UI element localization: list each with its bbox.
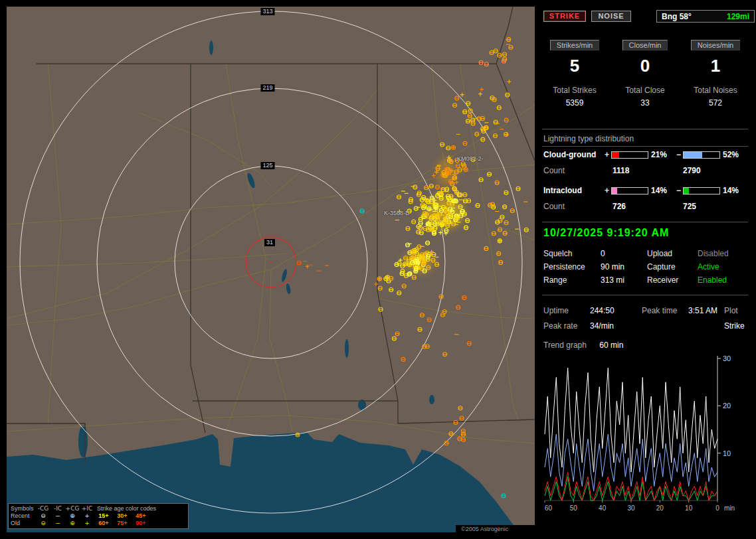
receiver-label: Receiver bbox=[647, 275, 698, 285]
total-strikes-label: Total Strikes bbox=[539, 86, 610, 95]
squelch-label: Squelch bbox=[543, 249, 601, 258]
legend-col-pos-ic: +IC bbox=[80, 505, 94, 512]
neg-cg-old-icon: ⊖ bbox=[36, 520, 50, 527]
age-15: 15+ bbox=[94, 512, 113, 520]
svg-text:10: 10 bbox=[723, 449, 731, 457]
legend-row-old: Old ⊖ − ⊕ + 60+ 75+ 90+ bbox=[11, 520, 186, 527]
svg-text:20: 20 bbox=[656, 504, 664, 512]
cloud-ground-row: Cloud-ground + 21% − 52% bbox=[543, 150, 748, 159]
age-90: 90+ bbox=[132, 520, 150, 527]
minus-sign: − bbox=[676, 186, 683, 195]
lightning-map[interactable]: 313 219 125 31 Symbols -CG -IC +CG +IC S… bbox=[7, 7, 535, 532]
sensor-location-marker bbox=[270, 261, 272, 263]
age-60: 60+ bbox=[94, 520, 113, 527]
separator bbox=[542, 146, 748, 147]
strikes-per-min-button[interactable]: Strikes/min bbox=[550, 40, 599, 50]
close-per-min-value: 0 bbox=[610, 56, 680, 76]
ring-label-31: 31 bbox=[264, 239, 275, 246]
plus-sign: + bbox=[605, 186, 611, 195]
copyright-text: ©2005 Astrogenic Systems bbox=[456, 525, 535, 532]
uptime-value: 244:50 bbox=[590, 306, 642, 315]
ic-minus-percent: 14% bbox=[720, 186, 748, 195]
svg-text:50: 50 bbox=[570, 504, 578, 512]
legend-row-recent: Recent ⊖ − ⊕ + 15+ 30+ 45+ bbox=[11, 512, 186, 520]
trend-graph-chart: 1020306050403020100min bbox=[543, 353, 743, 526]
persistence-label: Persistence bbox=[543, 262, 601, 271]
strikes-per-min-column: Strikes/min 5 Total Strikes 5359 bbox=[539, 40, 610, 108]
station-label: KM082-2- bbox=[457, 155, 484, 162]
age-75: 75+ bbox=[113, 520, 132, 527]
total-noises-label: Total Noises bbox=[680, 86, 751, 95]
trend-graph-label: Trend graph bbox=[543, 341, 587, 350]
capture-label: Capture bbox=[647, 262, 698, 271]
peak-rate-value: 34/min bbox=[590, 321, 642, 331]
distribution-title: Lightning type distribution bbox=[543, 134, 634, 143]
status-panel: STRIKE NOISE Bng 58° 129mi Strikes/min 5… bbox=[539, 7, 751, 532]
plot-value: Strike bbox=[724, 321, 745, 331]
peak-rate-label: Peak rate bbox=[543, 321, 590, 331]
range-label: Range bbox=[543, 275, 601, 285]
trend-graph-row: Trend graph 60 min bbox=[543, 341, 623, 350]
separator bbox=[542, 295, 748, 295]
total-strikes-value: 5359 bbox=[539, 98, 610, 108]
noises-per-min-button[interactable]: Noises/min bbox=[691, 40, 740, 50]
svg-text:0: 0 bbox=[715, 504, 719, 512]
count-label: Count bbox=[543, 202, 565, 211]
close-per-min-button[interactable]: Close/min bbox=[622, 40, 668, 50]
legend-age-title: Strike age color codes bbox=[97, 505, 186, 512]
ring-label-219: 219 bbox=[260, 84, 274, 92]
station-label: K-3568-B bbox=[384, 210, 409, 216]
pos-cg-recent-icon: ⊕ bbox=[65, 512, 80, 520]
cloud-ground-label: Cloud-ground bbox=[543, 150, 605, 159]
strike-button[interactable]: STRIKE bbox=[543, 11, 586, 22]
upload-label: Upload bbox=[647, 249, 698, 258]
cg-plus-count: 1118 bbox=[613, 166, 629, 175]
rates-section: Strikes/min 5 Total Strikes 5359 Close/m… bbox=[539, 40, 751, 108]
peak-time-label: Peak time bbox=[642, 306, 688, 315]
range-value: 313 mi bbox=[601, 275, 647, 285]
upload-status: Disabled bbox=[698, 249, 729, 258]
cg-minus-count: 2790 bbox=[683, 166, 701, 175]
ring-label-125: 125 bbox=[260, 162, 274, 169]
neg-ic-recent-icon: − bbox=[50, 512, 65, 520]
ic-plus-count: 726 bbox=[613, 202, 626, 211]
cg-count-row: Count 1118 2790 bbox=[543, 166, 747, 177]
minus-sign: − bbox=[676, 150, 683, 159]
cg-plus-percent: 21% bbox=[648, 150, 676, 159]
age-30: 30+ bbox=[113, 512, 132, 520]
legend-header-row: Symbols -CG -IC +CG +IC Strike age color… bbox=[11, 505, 186, 512]
neg-ic-old-icon: − bbox=[50, 520, 65, 527]
ic-minus-bar bbox=[683, 187, 720, 194]
intracloud-label: Intracloud bbox=[543, 186, 605, 195]
total-close-label: Total Close bbox=[610, 86, 680, 95]
age-45: 45+ bbox=[132, 512, 150, 520]
bearing-value: Bng 58° bbox=[662, 12, 692, 21]
cg-minus-percent: 52% bbox=[720, 150, 748, 159]
persistence-row: Persistence 90 min Capture Active bbox=[543, 260, 719, 273]
svg-text:30: 30 bbox=[627, 504, 635, 512]
legend-col-neg-cg: -CG bbox=[36, 505, 50, 512]
ic-minus-count: 725 bbox=[683, 202, 696, 211]
cg-minus-bar bbox=[683, 151, 720, 159]
noises-per-min-value: 1 bbox=[680, 56, 751, 76]
peak-rate-row: Peak rate 34/min Strike bbox=[543, 319, 745, 333]
svg-text:min: min bbox=[724, 504, 735, 512]
plot-label: Plot bbox=[724, 306, 738, 315]
capture-status: Active bbox=[698, 262, 719, 271]
persistence-value: 90 min bbox=[601, 262, 647, 271]
total-close-value: 33 bbox=[610, 98, 680, 108]
peak-time-value: 3:51 AM bbox=[688, 306, 724, 315]
uptime-row: Uptime 244:50 Peak time 3:51 AM Plot bbox=[543, 304, 738, 317]
svg-text:20: 20 bbox=[723, 402, 731, 410]
plus-sign: + bbox=[605, 150, 611, 159]
legend-old-label: Old bbox=[11, 520, 36, 527]
ic-plus-percent: 14% bbox=[648, 186, 676, 195]
trend-graph-window: 60 min bbox=[599, 341, 623, 350]
count-label: Count bbox=[543, 166, 565, 175]
svg-text:40: 40 bbox=[599, 504, 607, 512]
intracloud-row: Intracloud + 14% − 14% bbox=[543, 186, 748, 195]
svg-text:30: 30 bbox=[723, 354, 731, 362]
strikes-per-min-value: 5 bbox=[539, 56, 610, 76]
noise-button[interactable]: NOISE bbox=[591, 11, 631, 22]
distance-value: 129mi bbox=[727, 12, 749, 21]
